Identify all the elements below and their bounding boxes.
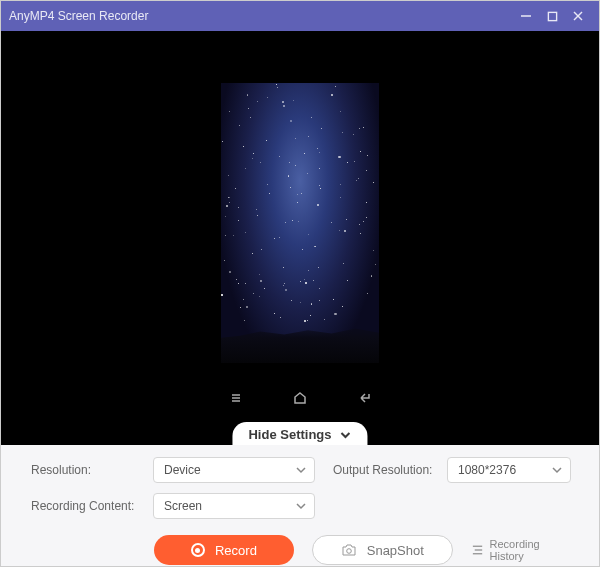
chevron-down-icon xyxy=(340,429,352,441)
title-bar: AnyMP4 Screen Recorder xyxy=(1,1,599,31)
hide-settings-toggle[interactable]: Hide Settings xyxy=(232,422,367,445)
recording-history-label: Recording History xyxy=(490,538,571,562)
maximize-button[interactable] xyxy=(539,1,565,31)
recording-content-select[interactable]: Screen xyxy=(153,493,315,519)
output-resolution-label: Output Resolution: xyxy=(333,463,432,477)
app-title: AnyMP4 Screen Recorder xyxy=(9,9,513,23)
settings-row-2: Recording Content: Screen xyxy=(31,493,571,519)
minimize-icon xyxy=(520,10,532,22)
minimize-button[interactable] xyxy=(513,1,539,31)
back-icon[interactable] xyxy=(356,390,372,406)
app-window: AnyMP4 Screen Recorder Hide Settings xyxy=(0,0,600,567)
hide-settings-label: Hide Settings xyxy=(248,427,331,442)
recording-history-link[interactable]: Recording History xyxy=(471,538,571,562)
chevron-down-icon xyxy=(296,465,306,475)
record-label: Record xyxy=(215,543,257,558)
camera-icon xyxy=(341,544,357,556)
resolution-value: Device xyxy=(164,463,201,477)
preview-area: Hide Settings xyxy=(1,31,599,445)
close-icon xyxy=(572,10,584,22)
menu-icon[interactable] xyxy=(228,390,244,406)
chevron-down-icon xyxy=(296,501,306,511)
svg-point-7 xyxy=(346,549,351,554)
output-resolution-select[interactable]: 1080*2376 xyxy=(447,457,571,483)
close-button[interactable] xyxy=(565,1,591,31)
device-screen xyxy=(221,83,379,363)
resolution-select[interactable]: Device xyxy=(153,457,315,483)
record-icon xyxy=(191,543,205,557)
action-bar: Record SnapShot Recording History xyxy=(31,535,571,565)
resolution-label: Resolution: xyxy=(31,463,91,477)
device-navbar xyxy=(228,385,372,411)
home-icon[interactable] xyxy=(292,390,308,406)
recording-content-value: Screen xyxy=(164,499,202,513)
snapshot-button[interactable]: SnapShot xyxy=(312,535,452,565)
record-button[interactable]: Record xyxy=(154,535,294,565)
chevron-down-icon xyxy=(552,465,562,475)
recording-content-label: Recording Content: xyxy=(31,499,134,513)
settings-row-1: Resolution: Device Output Resolution: 10… xyxy=(31,457,571,483)
maximize-icon xyxy=(547,11,558,22)
svg-rect-1 xyxy=(548,12,556,20)
output-resolution-value: 1080*2376 xyxy=(458,463,516,477)
snapshot-label: SnapShot xyxy=(367,543,424,558)
list-icon xyxy=(471,544,484,556)
settings-panel: Resolution: Device Output Resolution: 10… xyxy=(1,445,599,567)
